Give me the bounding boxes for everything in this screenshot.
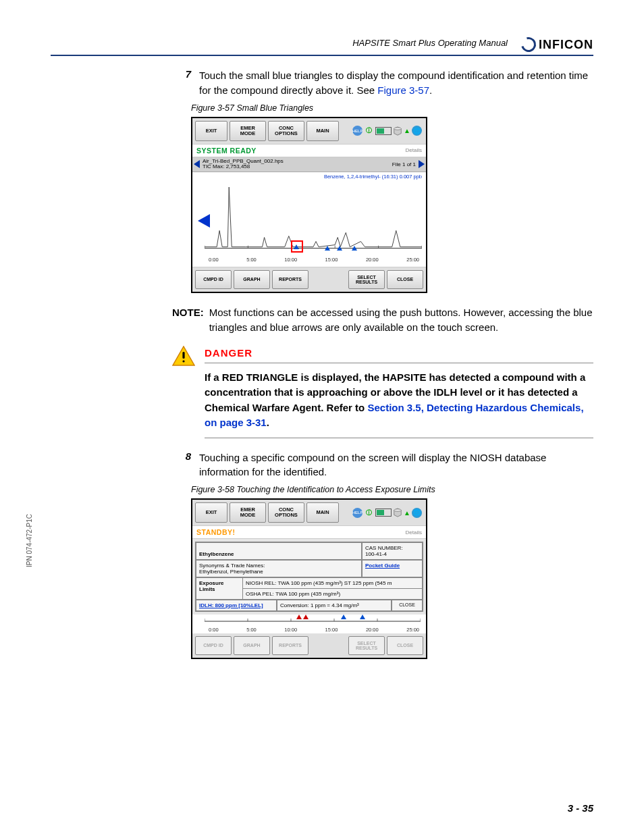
blue-triangle-icon[interactable] xyxy=(325,246,330,251)
blue-triangle-icon[interactable] xyxy=(337,246,342,251)
figure-link[interactable]: Figure 3-57 xyxy=(377,84,429,96)
next-file-arrow-icon[interactable] xyxy=(419,160,425,168)
danger-icon xyxy=(172,346,195,366)
xtick: 20:00 xyxy=(366,627,379,633)
select-results-button[interactable]: SELECT RESULTS xyxy=(348,270,385,289)
blue-triangle-icon[interactable] xyxy=(294,244,299,249)
globe-icon[interactable]: 🌐 xyxy=(412,126,422,136)
status-bar: SYSTEM READY Details xyxy=(192,144,426,157)
step-body: Touching a specific compound on the scre… xyxy=(199,450,593,480)
danger-text-b: . xyxy=(267,417,269,428)
disk-icon xyxy=(393,126,402,136)
conc-options-button[interactable]: CONC OPTIONS xyxy=(268,121,304,141)
details-link[interactable]: Details xyxy=(406,147,422,153)
step-body: Touch the small blue triangles to displa… xyxy=(199,68,593,98)
note-text: Most functions can be accessed using the… xyxy=(209,305,593,335)
main-button[interactable]: MAIN xyxy=(306,121,339,141)
note-label: NOTE: xyxy=(172,305,209,335)
syn-label: Synonyms & Trade Names: xyxy=(199,563,358,569)
xtick: 5:00 xyxy=(246,627,257,633)
compound-info-panel: Ethylbenzene CAS NUMBER: 100-41-4 Synony… xyxy=(195,542,423,612)
xtick: 0:00 xyxy=(209,627,219,633)
disk-icon xyxy=(393,508,402,517)
prev-file-arrow-icon[interactable] xyxy=(194,160,200,168)
svg-point-9 xyxy=(182,360,184,362)
main-button[interactable]: MAIN xyxy=(306,502,339,523)
xtick: 25:00 xyxy=(406,627,419,633)
help-icon[interactable]: HELP xyxy=(352,126,363,136)
side-ipn: IPN 074-472-P1C xyxy=(26,514,33,567)
emer-mode-button[interactable]: EMER MODE xyxy=(230,502,266,523)
signal-icon: ▲ xyxy=(404,509,410,517)
figure-58-screenshot: EXIT EMER MODE CONC OPTIONS MAIN HELP ⓘ … xyxy=(191,498,427,659)
status-bar: STANDBY! Details xyxy=(192,525,426,539)
step-number: 7 xyxy=(172,68,199,98)
pocket-guide-link[interactable]: Pocket Guide xyxy=(365,563,400,569)
red-triangle-icon[interactable] xyxy=(303,615,308,619)
page-header: HAPSITE Smart Plus Operating Manual INFI… xyxy=(51,37,593,56)
logo-icon xyxy=(518,34,539,55)
blue-triangle-icon[interactable] xyxy=(360,615,365,619)
synonyms-cell: Synonyms & Trade Names: Ethylbenzol, Phe… xyxy=(196,560,362,577)
xtick: 5:00 xyxy=(246,257,257,263)
xtick: 10:00 xyxy=(284,257,297,263)
info-icon[interactable]: ⓘ xyxy=(364,126,374,136)
graph-button[interactable]: GRAPH xyxy=(234,270,270,289)
x-axis-ticks: 0:00 5:00 10:00 15:00 20:00 25:00 xyxy=(209,627,419,633)
exposure-label: Exposure Limits xyxy=(196,577,243,600)
info-icon[interactable]: ⓘ xyxy=(364,508,374,518)
standby-label: STANDBY! xyxy=(196,528,235,536)
manual-title: HAPSITE Smart Plus Operating Manual xyxy=(352,38,508,52)
reports-button[interactable]: REPORTS xyxy=(272,270,308,289)
brand-logo: INFICON xyxy=(521,37,593,52)
cmpd-id-button[interactable]: CMPD ID xyxy=(195,270,232,289)
exit-button[interactable]: EXIT xyxy=(195,121,227,141)
figure-57-screenshot: EXIT EMER MODE CONC OPTIONS MAIN HELP ⓘ … xyxy=(191,117,427,294)
brand-name: INFICON xyxy=(539,38,593,52)
conversion: Conversion: 1 ppm = 4.34 mg/m³ xyxy=(277,600,392,611)
danger-block: DANGER If a RED TRIANGLE is displayed, t… xyxy=(172,347,593,438)
help-icon[interactable]: HELP xyxy=(352,508,363,518)
exit-button[interactable]: EXIT xyxy=(195,502,227,523)
chromatogram-chart[interactable]: Benzene, 1,2,4-trimethyl- (16:31) 0.007 … xyxy=(192,172,426,267)
divider xyxy=(205,363,593,363)
figure-58-caption: Figure 3-58 Touching the Identification … xyxy=(191,485,593,494)
idlh-cell[interactable]: IDLH: 800 ppm [10%LEL] xyxy=(196,600,277,611)
xtick: 15:00 xyxy=(325,257,338,263)
conc-options-button[interactable]: CONC OPTIONS xyxy=(268,502,304,523)
danger-body: If a RED TRIANGLE is displayed, the HAPS… xyxy=(205,370,587,431)
battery-icon xyxy=(375,509,392,517)
niosh-rel: NIOSH REL: TWA 100 ppm (435 mg/m³) ST 12… xyxy=(243,577,423,589)
file-info-bar: Air_Tri-Bed_PPB_Quant_002.hps TIC Max: 2… xyxy=(192,157,426,173)
globe-icon[interactable]: 🌐 xyxy=(412,508,422,518)
red-triangle-icon[interactable] xyxy=(296,615,302,619)
divider xyxy=(205,438,593,438)
panel-close-button[interactable]: CLOSE xyxy=(392,600,423,611)
close-button: CLOSE xyxy=(387,636,423,655)
blue-triangle-icon[interactable] xyxy=(341,615,346,619)
danger-title: DANGER xyxy=(205,347,593,361)
red-highlight-box xyxy=(291,240,303,253)
battery-icon xyxy=(375,127,392,135)
step7-text-b: . xyxy=(429,84,432,96)
details-link[interactable]: Details xyxy=(406,529,422,536)
ss-toolbar: EXIT EMER MODE CONC OPTIONS MAIN HELP ⓘ … xyxy=(192,500,426,525)
compound-name: Ethylbenzene xyxy=(196,542,362,560)
note-block: NOTE: Most functions can be accessed usi… xyxy=(172,305,593,335)
ss-bottom-bar: CMPD ID GRAPH REPORTS SELECT RESULTS CLO… xyxy=(192,633,426,658)
ss-bottom-bar: CMPD ID GRAPH REPORTS SELECT RESULTS CLO… xyxy=(192,267,426,292)
reports-button: REPORTS xyxy=(272,636,308,655)
x-axis-ticks: 0:00 5:00 10:00 15:00 20:00 25:00 xyxy=(209,257,419,263)
close-button[interactable]: CLOSE xyxy=(387,270,423,289)
step-number: 8 xyxy=(172,450,199,480)
blue-triangle-icon[interactable] xyxy=(352,246,357,251)
cas-cell: CAS NUMBER: 100-41-4 xyxy=(362,542,423,560)
graph-button: GRAPH xyxy=(234,636,270,655)
idlh-link[interactable]: IDLH: 800 ppm [10%LEL] xyxy=(199,602,263,608)
svg-point-0 xyxy=(394,127,402,130)
cas-label: CAS NUMBER: xyxy=(365,545,419,551)
compound-label[interactable]: Benzene, 1,2,4-trimethyl- (16:31) 0.007 … xyxy=(324,174,422,180)
emer-mode-button[interactable]: EMER MODE xyxy=(230,121,266,141)
system-ready-label: SYSTEM READY xyxy=(196,147,257,155)
pocket-guide-cell[interactable]: Pocket Guide xyxy=(362,560,423,577)
